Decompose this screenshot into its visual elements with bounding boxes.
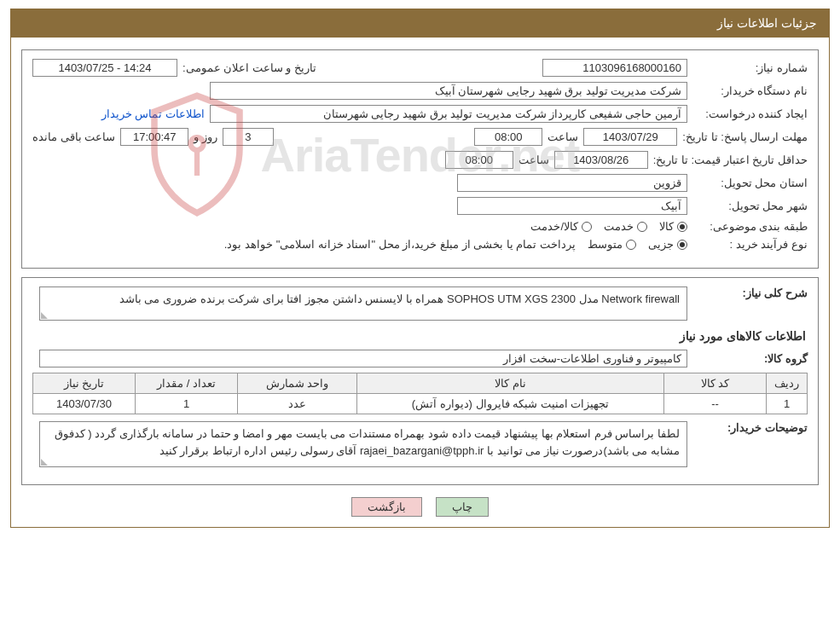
radio-medium[interactable]: متوسط [588, 238, 636, 251]
radio-icon [677, 240, 687, 250]
label-buyer-notes: توضیحات خریدار: [692, 421, 808, 434]
radio-partial-label: جزیی [648, 238, 674, 251]
value-buyer-notes: لطفا براساس فرم استعلام بها پیشنهاد قیمت… [39, 421, 687, 467]
label-days-and: روز و [194, 130, 217, 143]
resize-corner-icon [41, 459, 48, 466]
table-row: 1 -- تجهیزات امنیت شبکه فایروال (دیواره … [33, 394, 808, 414]
radio-partial[interactable]: جزیی [648, 238, 687, 251]
page-title: جزئیات اطلاعات نیاز [717, 16, 817, 30]
value-desc-text: Network firewall مدل SOPHOS UTM XGS 2300… [119, 292, 680, 305]
details-fieldset: شرح کلی نیاز: Network firewall مدل SOPHO… [21, 277, 819, 485]
td-date: 1403/07/30 [33, 394, 136, 414]
radio-medium-label: متوسط [588, 238, 623, 251]
pay-note: پرداخت تمام یا بخشی از مبلغ خرید،از محل … [224, 238, 576, 251]
print-button[interactable]: چاپ [436, 497, 489, 517]
label-desc: شرح کلی نیاز: [692, 286, 808, 299]
value-countdown: 17:00:47 [120, 128, 188, 146]
label-delivery-prov: استان محل تحویل: [692, 177, 808, 189]
label-subject-class: طبقه بندی موضوعی: [692, 220, 808, 233]
td-unit: عدد [238, 394, 357, 414]
th-name: نام کالا [357, 373, 664, 394]
label-delivery-city: شهر محل تحویل: [692, 200, 808, 212]
label-price-validity-2: تا تاریخ: [653, 153, 688, 166]
value-price-date: 1403/08/26 [554, 151, 648, 169]
back-button[interactable]: بازگشت [351, 497, 422, 517]
radio-icon [582, 222, 592, 232]
label-reply-deadline-2: تا تاریخ: [682, 130, 717, 143]
items-title: اطلاعات کالاهای مورد نیاز [34, 329, 806, 343]
th-code: کد کالا [664, 373, 767, 394]
value-announce-dt: 1403/07/25 - 14:24 [32, 59, 177, 77]
value-province: قزوین [457, 174, 687, 192]
value-buyer-org: شرکت مدیریت تولید برق شهید رجایی شهرستان… [210, 82, 687, 100]
td-row: 1 [767, 394, 808, 414]
radio-icon [626, 240, 636, 250]
th-date: تاریخ نیاز [33, 373, 136, 394]
value-reply-hour: 08:00 [474, 128, 542, 146]
label-need-no: شماره نیاز: [692, 61, 808, 74]
radio-goods-label: کالا [659, 220, 674, 233]
label-hours-left: ساعت باقی مانده [32, 130, 115, 143]
radio-service-label: خدمت [604, 220, 634, 233]
td-name: تجهیزات امنیت شبکه فایروال (دیواره آتش) [357, 394, 664, 414]
label-goods-group: گروه کالا: [692, 352, 808, 365]
label-announce-dt: تاریخ و ساعت اعلان عمومی: [182, 61, 316, 74]
value-buyer-notes-text: لطفا براساس فرم استعلام بها پیشنهاد قیمت… [55, 427, 680, 457]
td-qty: 1 [136, 394, 238, 414]
value-price-hour: 08:00 [445, 151, 513, 169]
value-need-no: 1103096168000160 [542, 59, 687, 77]
resize-corner-icon [41, 312, 48, 319]
items-table: ردیف کد کالا نام کالا واحد شمارش تعداد /… [32, 373, 808, 414]
label-buyer-org: نام دستگاه خریدار: [692, 84, 808, 97]
label-hour-2: ساعت [518, 153, 549, 166]
radio-goods-service-label: کالا/خدمت [530, 220, 578, 233]
th-unit: واحد شمارش [238, 373, 357, 394]
label-hour-1: ساعت [547, 130, 578, 143]
value-city: آبیک [457, 197, 687, 215]
radio-goods[interactable]: کالا [659, 220, 687, 233]
radio-service[interactable]: خدمت [604, 220, 647, 233]
th-qty: تعداد / مقدار [136, 373, 238, 394]
label-reply-deadline-1: مهلت ارسال پاسخ: [721, 130, 808, 143]
th-row: ردیف [767, 373, 808, 394]
label-reply-deadline: مهلت ارسال پاسخ: تا تاریخ: [682, 130, 808, 144]
buyer-contact-link[interactable]: اطلاعات تماس خریدار [101, 107, 205, 120]
main-info-fieldset: AriaTender.net شماره نیاز: 1103096168000… [21, 49, 819, 269]
radio-goods-service[interactable]: کالا/خدمت [530, 220, 592, 233]
label-buy-type: نوع فرآیند خرید : [692, 238, 808, 251]
value-desc: Network firewall مدل SOPHOS UTM XGS 2300… [39, 286, 687, 321]
value-days-left: 3 [223, 128, 274, 146]
page-header: جزئیات اطلاعات نیاز [10, 9, 830, 38]
label-price-validity: حداقل تاریخ اعتبار قیمت: تا تاریخ: [653, 153, 808, 167]
radio-icon [677, 222, 687, 232]
value-reply-date: 1403/07/29 [583, 128, 677, 146]
radio-icon [637, 222, 647, 232]
td-code: -- [664, 394, 767, 414]
label-requester: ایجاد کننده درخواست: [692, 107, 808, 120]
button-row: چاپ بازگشت [11, 497, 829, 517]
label-price-validity-1: حداقل تاریخ اعتبار قیمت: [692, 153, 808, 166]
value-goods-group: کامپیوتر و فناوری اطلاعات-سخت افزار [39, 350, 687, 367]
value-requester: آرمین حاجی شفیعی کارپرداز شرکت مدیریت تو… [210, 105, 687, 123]
